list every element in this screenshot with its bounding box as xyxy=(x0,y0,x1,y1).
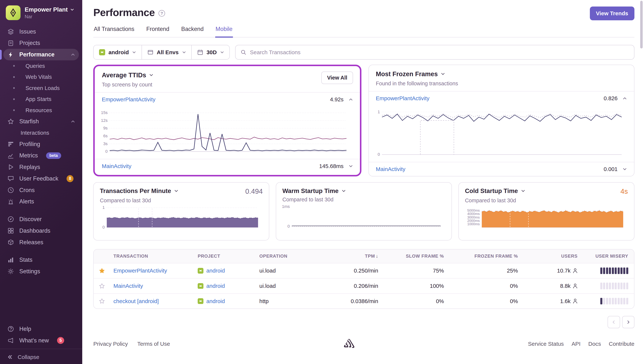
sidebar-item-help[interactable]: Help xyxy=(3,323,79,335)
date-range-filter[interactable]: 30D xyxy=(192,45,229,59)
sidebar-item-whats-new[interactable]: What's new 5 xyxy=(3,335,79,346)
sidebar-item-issues[interactable]: Issues xyxy=(3,26,79,38)
widget-title-select[interactable]: Most Frozen Frames xyxy=(376,70,458,78)
collapse-caret-icon[interactable] xyxy=(622,96,627,100)
accordion-row-collapsed[interactable]: MainActivity 0.001 xyxy=(369,162,634,176)
widget-title-select[interactable]: Transactions Per Minute xyxy=(100,188,178,194)
privacy-policy-link[interactable]: Privacy Policy xyxy=(93,341,128,347)
cold-startup-chart[interactable]: 5000ms4000ms3000ms2000ms1000ms xyxy=(463,206,626,232)
sidebar-item-projects[interactable]: Projects xyxy=(3,38,79,49)
warm-startup-chart[interactable]: 1ms0 xyxy=(280,205,443,231)
service-status-link[interactable]: Service Status xyxy=(528,341,564,347)
column-header-operation[interactable]: OPERATION xyxy=(256,254,322,259)
collapse-caret-icon[interactable] xyxy=(349,97,353,102)
org-subtitle: Nar xyxy=(25,14,74,19)
tab-all-transactions[interactable]: All Transactions xyxy=(93,26,135,38)
column-header-users[interactable]: USERS xyxy=(521,254,581,259)
sentry-logo[interactable] xyxy=(344,339,354,349)
widget-title-select[interactable]: Cold Startup Time xyxy=(465,188,525,194)
api-link[interactable]: API xyxy=(572,341,580,347)
transaction-link[interactable]: EmpowerPlantActivity xyxy=(102,96,156,103)
sidebar-item-discover[interactable]: Discover xyxy=(3,214,79,225)
sidebar-item-resources[interactable]: Resources xyxy=(3,105,79,116)
sidebar-item-queries[interactable]: Queries xyxy=(3,60,79,72)
column-header-tpm[interactable]: TPM↓ xyxy=(322,254,382,259)
transaction-link[interactable]: checkout [android] xyxy=(113,298,159,304)
tpm-cell: 0.0386/min xyxy=(322,298,382,304)
sidebar-item-starfish[interactable]: Starfish xyxy=(3,116,79,128)
sidebar-item-crons[interactable]: Crons xyxy=(3,184,79,196)
tab-backend[interactable]: Backend xyxy=(181,26,204,38)
column-header-user-misery[interactable]: USER MISERY xyxy=(581,254,634,259)
sidebar-item-replays[interactable]: Replays xyxy=(3,161,79,173)
accordion-row-expanded[interactable]: EmpowerPlantActivity 4.92s xyxy=(95,92,360,106)
sidebar-item-label: Releases xyxy=(20,239,44,246)
next-page-button[interactable] xyxy=(622,316,634,328)
project-link[interactable]: android xyxy=(206,298,225,304)
tab-frontend[interactable]: Frontend xyxy=(146,26,170,38)
transaction-link[interactable]: EmpowerPlantActivity xyxy=(376,95,430,102)
beta-badge: beta xyxy=(46,152,61,159)
accordion-row-expanded[interactable]: EmpowerPlantActivity 0.826 xyxy=(369,91,634,105)
sidebar-item-alerts[interactable]: Alerts xyxy=(3,196,79,207)
sidebar-item-stats[interactable]: Stats xyxy=(3,254,79,266)
column-header-slow-frame[interactable]: SLOW FRAME % xyxy=(382,254,447,259)
sidebar-item-performance[interactable]: Performance xyxy=(3,49,79,60)
sidebar-item-metrics[interactable]: Metrics beta xyxy=(3,150,79,162)
sidebar-item-settings[interactable]: Settings xyxy=(3,266,79,277)
collapse-sidebar-button[interactable]: Collapse xyxy=(0,349,82,364)
transaction-link[interactable]: MainActivity xyxy=(102,163,131,169)
widget-title-select[interactable]: Warm Startup Time xyxy=(282,188,346,194)
sidebar-item-dashboards[interactable]: Dashboards xyxy=(3,225,79,236)
profiling-icon xyxy=(7,141,14,147)
info-icon[interactable]: ? xyxy=(159,10,165,16)
view-all-button[interactable]: View All xyxy=(321,72,353,84)
chevron-up-icon[interactable] xyxy=(71,119,75,124)
page-header: Performance ? View Trends xyxy=(93,0,634,20)
expand-caret-icon[interactable] xyxy=(622,167,627,172)
project-link[interactable]: android xyxy=(206,268,225,274)
widget-title-select[interactable]: Average TTIDs xyxy=(102,72,154,79)
sidebar-item-profiling[interactable]: Profiling xyxy=(3,138,79,150)
contribute-link[interactable]: Contribute xyxy=(609,341,634,347)
transaction-link[interactable]: MainActivity xyxy=(376,166,405,172)
misery-bar xyxy=(606,282,608,289)
ttid-chart[interactable]: 15s12s9s6s3s0 xyxy=(97,108,349,158)
tab-mobile[interactable]: Mobile xyxy=(215,26,233,38)
gear-icon xyxy=(7,268,14,274)
project-filter[interactable]: android xyxy=(94,45,142,59)
star-toggle[interactable] xyxy=(94,268,110,274)
sidebar-item-screen-loads[interactable]: Screen Loads xyxy=(3,82,79,94)
star-toggle[interactable] xyxy=(94,283,110,289)
project-link[interactable]: android xyxy=(206,283,225,289)
bullet-dot xyxy=(13,98,15,100)
star-toggle[interactable] xyxy=(94,298,110,304)
accordion-row-collapsed[interactable]: MainActivity 145.68ms xyxy=(95,159,360,173)
transaction-link[interactable]: EmpowerPlantActivity xyxy=(113,268,167,274)
misery-bar xyxy=(626,268,628,274)
column-header-project[interactable]: PROJECT xyxy=(194,254,256,259)
sidebar-item-user-feedback[interactable]: User Feedback 8 xyxy=(3,173,79,184)
sidebar-item-interactions[interactable]: Interactions xyxy=(3,127,79,138)
ttid-chart-container: 15s12s9s6s3s0 xyxy=(95,106,360,159)
terms-of-use-link[interactable]: Terms of Use xyxy=(137,341,170,347)
transaction-link[interactable]: MainActivity xyxy=(113,283,143,289)
frozen-frames-chart[interactable]: 10 xyxy=(371,107,624,160)
sidebar-item-app-starts[interactable]: App Starts xyxy=(3,94,79,105)
column-header-transaction[interactable]: TRANSACTION xyxy=(110,254,194,259)
tpm-chart[interactable]: 10 xyxy=(98,206,260,232)
misery-bar xyxy=(612,268,614,274)
sidebar-item-web-vitals[interactable]: Web Vitals xyxy=(3,72,79,83)
sidebar-item-releases[interactable]: Releases xyxy=(3,236,79,248)
expand-caret-icon[interactable] xyxy=(349,164,353,168)
environment-filter[interactable]: All Envs xyxy=(142,45,192,59)
org-switcher[interactable]: Empower Plant Nar xyxy=(0,0,82,24)
page-title: Performance xyxy=(93,6,155,18)
docs-link[interactable]: Docs xyxy=(588,341,601,347)
column-header-frozen-frame[interactable]: FROZEN FRAME % xyxy=(447,254,521,259)
view-trends-button[interactable]: View Trends xyxy=(590,6,634,20)
chevron-up-icon[interactable] xyxy=(71,52,75,57)
search-transactions-input[interactable] xyxy=(250,49,629,56)
bullet-dot xyxy=(13,109,15,111)
scrollbar-thumb[interactable] xyxy=(640,1,643,48)
